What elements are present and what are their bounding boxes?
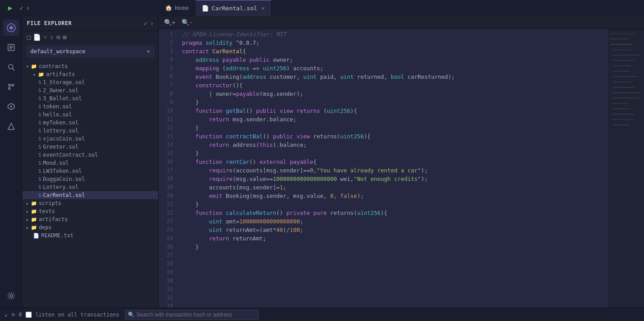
filename: Greeter.sol — [43, 144, 78, 150]
folder-artifacts-inner[interactable]: ▸ 📁 artifacts — [22, 70, 158, 78]
file-1-storage[interactable]: S1_Storage.sol — [22, 78, 158, 86]
filename: 3_Ballot.sol — [43, 95, 82, 102]
file-3-ballot[interactable]: S3_Ballot.sol — [22, 94, 158, 103]
folder-deps[interactable]: ▸ 📁 deps — [22, 223, 158, 231]
folder-icon: 📁 — [31, 209, 37, 214]
check-icon: ✓ — [20, 4, 23, 12]
file-lottery-upper[interactable]: SLottery.sol — [22, 183, 158, 191]
filename: DuggaCoin.sol — [43, 176, 85, 182]
file-explorer-panel: FILE EXPLORER ✓ › □ 📄 ⑂ ⇑ ⊟ ⊠ default_wo… — [22, 16, 159, 308]
run-button[interactable]: ▶ — [4, 4, 17, 12]
file-vjacscoin[interactable]: SvjacsCoin.sol — [22, 135, 158, 143]
check-workspace-icon[interactable]: ✓ — [144, 20, 147, 27]
file-duggacoin[interactable]: SDuggaCoin.sol — [22, 175, 158, 183]
editor-content: 1234567891011121314151617181920212223242… — [159, 29, 644, 308]
sidebar-item-settings[interactable] — [3, 288, 19, 304]
filename: vjacsCoin.sol — [43, 136, 85, 142]
code-line-22: } — [182, 149, 608, 158]
minimap — [608, 29, 644, 308]
code-line-28: emit Booking(msg.sender, msg.value, 0, f… — [182, 192, 608, 200]
file-lw3token[interactable]: SLW3Token.sol — [22, 167, 158, 175]
file-carrental[interactable]: SCarRental.sol — [22, 191, 158, 199]
tab-carrental[interactable]: 📄 CarRental.sol ✕ — [195, 0, 271, 16]
file-2-owner[interactable]: S2_Owner.sol — [22, 86, 158, 94]
svg-rect-14 — [608, 29, 644, 308]
svg-line-7 — [13, 68, 14, 70]
code-line-12: constructor(){ — [182, 81, 608, 90]
sidebar-item-files[interactable] — [3, 39, 19, 56]
transaction-search[interactable]: 🔍 — [125, 310, 259, 320]
editor-area: 🔍+ 🔍- 1234567891011121314151617181920212… — [159, 16, 644, 308]
file-token[interactable]: Stoken.sol — [22, 103, 158, 111]
code-line-33: uint returnAmt=(amt*40)/100; — [182, 226, 608, 234]
tab-home-label: Home — [175, 4, 189, 11]
file-greeter[interactable]: SGreeter.sol — [22, 143, 158, 151]
tab-bar: 🏠 Home 📄 CarRental.sol ✕ — [159, 0, 644, 16]
folder-scripts[interactable]: ▸ 📁 scripts — [22, 199, 158, 207]
sidebar-item-git[interactable] — [3, 79, 19, 95]
home-icon: 🏠 — [165, 4, 172, 11]
tab-home[interactable]: 🏠 Home — [159, 0, 195, 16]
top-bar-left: ▶ ✓ › — [0, 4, 159, 12]
filename: 2_Owner.sol — [43, 87, 78, 94]
code-line-25: require(accounts[msg.sender]==0,"You hav… — [182, 166, 608, 175]
more-icon[interactable]: ⊠ — [63, 34, 66, 41]
file-mytoken[interactable]: SmyToken.sol — [22, 119, 158, 127]
editor-toolbar: 🔍+ 🔍- — [159, 16, 644, 29]
bottom-bar: ↙ ⊙ 0 listen on all transactions 🔍 — [0, 308, 644, 321]
code-line-34: return returnAmt; — [182, 234, 608, 243]
forward-icon[interactable]: › — [150, 20, 154, 27]
upload-icon[interactable]: ⇑ — [50, 34, 53, 41]
folder-icon: 📁 — [31, 201, 37, 206]
chevron-right-icon: ▸ — [33, 72, 36, 77]
folder-icon: 📁 — [38, 72, 44, 77]
copy-icon[interactable]: ⊟ — [56, 34, 60, 41]
workspace-settings-icon[interactable]: ☀ — [147, 48, 150, 55]
main-content: FILE EXPLORER ✓ › □ 📄 ⑂ ⇑ ⊟ ⊠ default_wo… — [0, 16, 644, 308]
code-line-27: accounts[msg.sender]=1; — [182, 183, 608, 192]
sidebar-logo[interactable] — [3, 20, 19, 36]
code-editor[interactable]: // SPDX-License-Identifier: MIT pragma s… — [177, 29, 608, 308]
folder-contracts[interactable]: ▾ 📁 contracts — [22, 62, 158, 70]
file-lottery-lower[interactable]: Slottery.sol — [22, 127, 158, 135]
sidebar-item-search[interactable] — [3, 59, 19, 75]
chevron-right-icon: ▸ — [26, 201, 29, 206]
folder-artifacts-outer[interactable]: ▸ 📁 artifacts — [22, 215, 158, 223]
sol-file-icon: 📄 — [202, 5, 209, 12]
code-line-20: function contractBal() public view retur… — [182, 132, 608, 141]
filename: token.sol — [43, 103, 72, 110]
file-explorer-title: FILE EXPLORER — [27, 20, 72, 26]
file-readme[interactable]: 📄 README.txt — [22, 231, 158, 240]
file-explorer-header-icons: ✓ › — [144, 20, 154, 27]
workspace-selector[interactable]: default_workspace ☀ — [26, 45, 155, 58]
zoom-in-button[interactable]: 🔍+ — [162, 18, 177, 27]
new-folder-icon[interactable]: □ — [27, 34, 30, 41]
sidebar-item-plugin[interactable] — [3, 98, 19, 115]
file-eventcontract[interactable]: SeventContract.sol — [22, 151, 158, 159]
filename: Lottery.sol — [43, 184, 78, 190]
tab-close-button[interactable]: ✕ — [262, 5, 265, 11]
file-mood[interactable]: SMood.sol — [22, 159, 158, 167]
new-file-icon[interactable]: 📄 — [33, 34, 41, 41]
sidebar-item-deploy[interactable] — [3, 118, 19, 134]
listen-icon[interactable]: ⊙ — [12, 311, 15, 318]
listen-checkbox[interactable] — [25, 312, 32, 318]
tab-carrental-label: CarRental.sol — [212, 5, 257, 12]
code-line-7: address payable public owner; — [182, 56, 608, 64]
chevron-down-icon: ▾ — [26, 64, 29, 69]
file-icon: 📄 — [33, 233, 39, 239]
folder-name: scripts — [39, 200, 62, 206]
github-icon[interactable]: ⑂ — [43, 34, 47, 41]
search-input[interactable] — [136, 312, 256, 318]
filename: Mood.sol — [43, 160, 69, 166]
zoom-out-button[interactable]: 🔍- — [180, 18, 195, 27]
debug-icon[interactable]: ↙ — [4, 311, 8, 318]
folder-tests[interactable]: ▸ 📁 tests — [22, 207, 158, 215]
code-line-10: event Booking(address customer, uint pai… — [182, 73, 608, 81]
file-hello[interactable]: Shello.sol — [22, 111, 158, 119]
folder-icon: 📁 — [31, 64, 37, 69]
icon-sidebar — [0, 16, 22, 308]
code-line-32: uint amt=100000000000000000; — [182, 217, 608, 226]
folder-icon: 📁 — [31, 217, 37, 223]
workspace-name: default_workspace — [30, 48, 85, 55]
